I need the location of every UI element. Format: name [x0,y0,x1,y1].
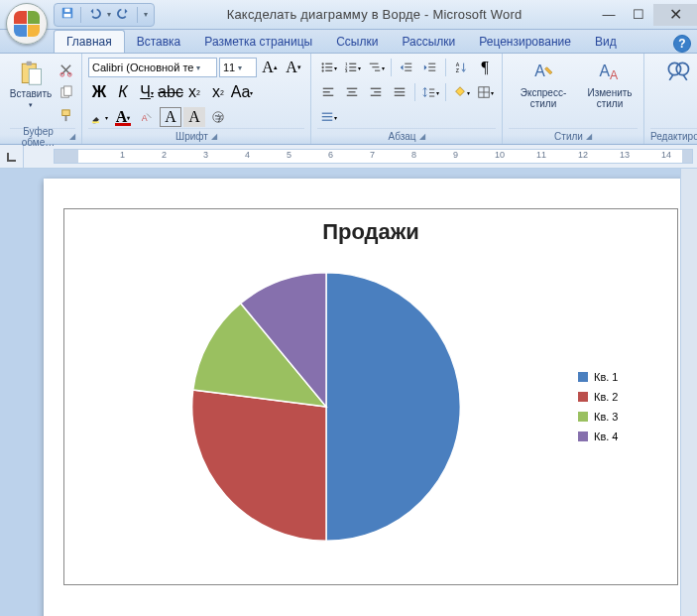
chart-title[interactable]: Продажи [74,219,667,245]
svg-rect-36 [428,70,435,71]
help-icon[interactable]: ? [673,35,691,53]
shading-icon[interactable]: ▾ [450,82,472,102]
chart-legend[interactable]: Кв. 1Кв. 2Кв. 3Кв. 4 [578,371,667,442]
maximize-button[interactable]: ☐ [624,4,653,26]
legend-item[interactable]: Кв. 2 [578,391,667,403]
multilevel-list-icon[interactable]: ▾ [365,58,387,77]
font-size-combo[interactable]: 11▾ [219,58,257,77]
svg-rect-51 [429,89,434,90]
pie-slice[interactable] [192,390,326,541]
legend-item[interactable]: Кв. 3 [578,411,667,423]
close-button[interactable]: ✕ [653,4,697,26]
svg-rect-57 [321,113,332,114]
change-case-icon[interactable]: Aa▾ [231,82,253,102]
asian-layout-icon[interactable]: ▾ [317,107,339,127]
decrease-indent-icon[interactable] [396,58,417,77]
undo-dropdown[interactable]: ▾ [107,10,111,19]
numbering-icon[interactable]: 123▾ [341,58,363,77]
underline-icon[interactable]: Ч▾ [136,82,158,102]
group-font: Calibri (Основной те▾ 11▾ A▴ A▾ Ж К Ч▾ a… [82,54,311,144]
tab-home[interactable]: Главная [54,30,125,53]
find-button[interactable] [650,57,697,128]
format-painter-icon[interactable] [56,105,75,125]
character-shading-icon[interactable]: A [183,107,205,127]
redo-icon[interactable] [117,6,131,24]
qat-customize[interactable]: ▾ [144,10,148,19]
align-center-icon[interactable] [341,82,363,102]
tab-mailings[interactable]: Рассылки [390,31,467,53]
tab-selector[interactable] [0,145,24,168]
paragraph-launcher[interactable]: ◢ [419,132,425,141]
legend-item[interactable]: Кв. 1 [578,371,667,383]
document-area[interactable]: Продажи Кв. 1Кв. 2Кв. 3Кв. 4 [0,169,697,616]
svg-rect-23 [349,63,356,64]
quick-styles-button[interactable]: A Экспресс-стили [509,57,578,128]
vertical-scrollbar[interactable] [680,169,697,616]
grow-font-icon[interactable]: A▴ [259,58,281,77]
ribbon-tabs: Главная Вставка Разметка страницы Ссылки… [0,30,697,54]
tab-insert[interactable]: Вставка [125,31,193,53]
pie-plot-area[interactable] [74,263,578,551]
enclose-char-icon[interactable]: 字 [207,107,229,127]
chart-object[interactable]: Продажи Кв. 1Кв. 2Кв. 3Кв. 4 [63,208,678,585]
svg-point-64 [676,62,688,74]
justify-icon[interactable] [389,82,410,102]
legend-label: Кв. 4 [594,431,618,442]
window-controls: — ☐ ✕ [594,4,697,26]
sort-icon[interactable]: AZ [450,58,472,77]
svg-rect-40 [323,91,330,92]
pie-slice[interactable] [326,273,460,542]
tab-references[interactable]: Ссылки [324,31,390,53]
svg-rect-53 [429,96,434,97]
svg-rect-49 [395,91,406,92]
character-border-icon[interactable]: A [160,107,181,127]
svg-rect-45 [371,88,382,89]
font-color-icon[interactable]: A▾ [112,107,134,127]
superscript-icon[interactable]: x2 [207,82,229,102]
shrink-font-icon[interactable]: A▾ [283,58,304,77]
increase-indent-icon[interactable] [419,58,441,77]
bold-icon[interactable]: Ж [88,82,110,102]
legend-item[interactable]: Кв. 4 [578,431,667,442]
cut-icon[interactable] [56,60,75,79]
legend-swatch [578,372,588,382]
svg-rect-29 [372,66,379,67]
tab-view[interactable]: Вид [583,31,629,53]
borders-icon[interactable]: ▾ [474,82,496,102]
line-spacing-icon[interactable]: ▾ [419,82,441,102]
svg-rect-2 [64,8,69,12]
highlight-icon[interactable]: ▾ [88,107,110,127]
save-icon[interactable] [60,6,74,24]
svg-rect-42 [347,88,358,89]
show-marks-icon[interactable]: ¶ [474,58,496,77]
clipboard-launcher[interactable]: ◢ [69,132,75,141]
styles-launcher[interactable]: ◢ [586,132,592,141]
align-left-icon[interactable] [317,82,339,102]
change-styles-button[interactable]: AA Изменить стили [582,57,638,128]
svg-rect-28 [369,63,378,64]
svg-rect-43 [349,91,356,92]
svg-point-20 [321,69,323,71]
svg-rect-11 [64,115,66,121]
strikethrough-icon[interactable]: abc [160,82,181,102]
svg-rect-21 [325,70,332,71]
minimize-button[interactable]: — [594,4,624,26]
copy-icon[interactable] [56,82,75,102]
font-launcher[interactable]: ◢ [211,132,217,141]
bullets-icon[interactable]: ▾ [317,58,339,77]
tab-layout[interactable]: Разметка страницы [192,31,324,53]
svg-text:A: A [456,62,460,67]
svg-rect-39 [323,88,334,89]
paste-button[interactable]: Вставить ▾ [10,57,52,128]
italic-icon[interactable]: К [112,82,134,102]
font-name-combo[interactable]: Calibri (Основной те▾ [88,58,217,77]
ruler-area: 123456789101112131415 [0,145,697,169]
svg-rect-33 [405,70,411,71]
clear-formatting-icon[interactable]: A [136,107,158,127]
horizontal-ruler[interactable]: 123456789101112131415 [54,149,693,164]
tab-review[interactable]: Рецензирование [467,31,583,53]
subscript-icon[interactable]: x2 [183,82,205,102]
undo-icon[interactable] [87,6,101,24]
align-right-icon[interactable] [365,82,387,102]
office-button[interactable] [6,3,52,49]
